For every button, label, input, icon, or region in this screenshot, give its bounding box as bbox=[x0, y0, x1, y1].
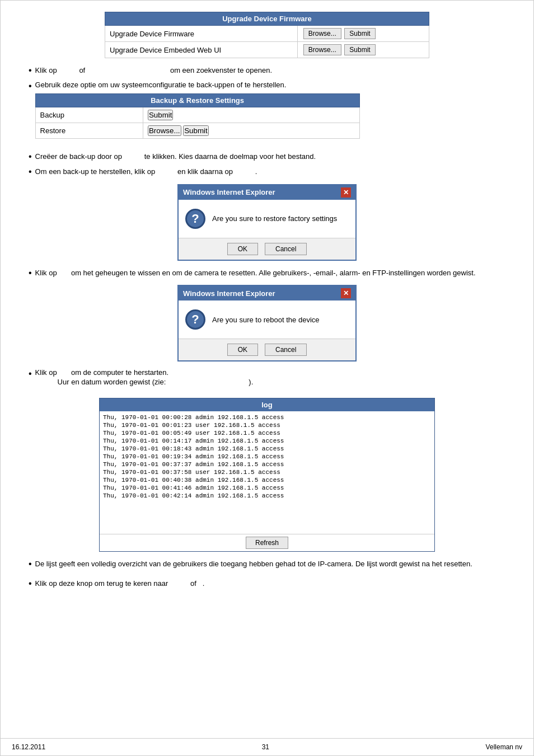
firmware-submit1-button[interactable]: Submit bbox=[344, 28, 375, 39]
dialog2-footer: OK Cancel bbox=[179, 339, 355, 360]
dialog1-title: Windows Internet Explorer bbox=[183, 188, 275, 196]
firmware-row1-label: Upgrade Device Firmware bbox=[105, 26, 298, 42]
log-header: log bbox=[100, 398, 434, 411]
bullet5-sub: Uur en datum worden gewist (zie: ). bbox=[35, 377, 254, 388]
backup-submit-button[interactable]: Submit bbox=[148, 110, 173, 120]
restore-label: Restore bbox=[35, 123, 143, 138]
bullet5-content: Klik op om de computer te herstarten. Uu… bbox=[35, 368, 254, 391]
dialog1-ok-button[interactable]: OK bbox=[227, 243, 258, 255]
bullet3a: • Creëer de back-up door op te klikken. … bbox=[17, 151, 517, 162]
bullet5-marker: • bbox=[29, 368, 32, 379]
log-row: Thu, 1970-01-01 00:18:43 admin 192.168.1… bbox=[102, 445, 432, 453]
dialog1-icon: ? bbox=[185, 209, 205, 229]
dialog2-ok-button[interactable]: OK bbox=[227, 344, 258, 356]
backup-table-header: Backup & Restore Settings bbox=[35, 93, 359, 107]
bullet4-text: Klik op om het geheugen te wissen en om … bbox=[35, 267, 476, 279]
bullet5-text: Klik op om de computer te herstarten. bbox=[35, 368, 254, 377]
firmware-row2-actions: Browse... Submit bbox=[297, 42, 429, 58]
log-row: Thu, 1970-01-01 00:37:37 admin 192.168.1… bbox=[102, 461, 432, 468]
footer-company: Velleman nv bbox=[486, 743, 522, 751]
bullet6-text: De lijst geeft een volledig overzicht va… bbox=[35, 558, 472, 570]
firmware-submit2-button[interactable]: Submit bbox=[344, 44, 375, 55]
bullet1-marker: • bbox=[29, 65, 32, 76]
firmware-section: Upgrade Device Firmware Upgrade Device F… bbox=[17, 12, 517, 58]
bullet3b-marker: • bbox=[29, 166, 32, 177]
log-row: Thu, 1970-01-01 00:01:23 user 192.168.1.… bbox=[102, 421, 432, 429]
dialog1-body: ? Are you sure to restore factory settin… bbox=[179, 200, 355, 238]
bullet1: • Klik op of om een zoekvenster te opene… bbox=[17, 65, 517, 76]
log-row: Thu, 1970-01-01 00:14:17 admin 192.168.1… bbox=[102, 437, 432, 445]
bullet6-marker: • bbox=[29, 558, 32, 569]
bullet3a-marker: • bbox=[29, 151, 32, 162]
firmware-browse1-button[interactable]: Browse... bbox=[303, 28, 341, 39]
content-area: Upgrade Device Firmware Upgrade Device F… bbox=[1, 1, 533, 738]
dialog2-wrapper: Windows Internet Explorer ✕ ? Are you su… bbox=[17, 285, 517, 361]
bullet3b: • Om een back-up te herstellen, klik op … bbox=[17, 166, 517, 177]
dialog2-title: Windows Internet Explorer bbox=[183, 289, 275, 298]
dialog2-cancel-button[interactable]: Cancel bbox=[265, 344, 307, 356]
log-section: log Thu, 1970-01-01 00:00:28 admin 192.1… bbox=[99, 398, 435, 552]
dialog1-cancel-button[interactable]: Cancel bbox=[265, 243, 307, 255]
firmware-row2: Upgrade Device Embeded Web UI Browse... … bbox=[105, 42, 429, 58]
dialog1-footer: OK Cancel bbox=[179, 238, 355, 260]
bullet7-text: Klik op deze knop om terug te keren naar… bbox=[35, 578, 205, 589]
firmware-row1: Upgrade Device Firmware Browse... Submit bbox=[105, 26, 429, 42]
bullet3a-text: Creëer de back-up door op te klikken. Ki… bbox=[35, 151, 316, 162]
page-footer: 16.12.2011 31 Velleman nv bbox=[1, 738, 533, 755]
dialog1-message: Are you sure to restore factory settings bbox=[212, 214, 337, 223]
log-row: Thu, 1970-01-01 00:19:34 admin 192.168.1… bbox=[102, 453, 432, 461]
bullet2-marker: • bbox=[29, 81, 32, 91]
restore-actions: Browse... Submit bbox=[143, 123, 359, 138]
backup-table: Backup & Restore Settings Backup Submit … bbox=[35, 93, 360, 139]
backup-label: Backup bbox=[35, 107, 143, 123]
dialog2-icon: ? bbox=[185, 309, 205, 330]
bullet4: • Klik op om het geheugen te wissen en o… bbox=[17, 267, 517, 279]
firmware-browse2-button[interactable]: Browse... bbox=[303, 44, 341, 55]
restore-submit-button[interactable]: Submit bbox=[183, 125, 208, 136]
dialog1: Windows Internet Explorer ✕ ? Are you su… bbox=[177, 184, 357, 261]
bullet2-content: Gebruik deze optie om uw systeemconfigur… bbox=[35, 81, 360, 145]
footer-date: 16.12.2011 bbox=[12, 743, 45, 751]
bullet2: • Gebruik deze optie om uw systeemconfig… bbox=[17, 81, 517, 145]
backup-actions: Submit bbox=[143, 107, 359, 123]
dialog1-close-button[interactable]: ✕ bbox=[341, 187, 351, 198]
firmware-row2-label: Upgrade Device Embeded Web UI bbox=[105, 42, 298, 58]
footer-page: 31 bbox=[262, 743, 269, 751]
firmware-table: Upgrade Device Firmware Upgrade Device F… bbox=[105, 12, 429, 58]
refresh-button[interactable]: Refresh bbox=[246, 537, 288, 549]
backup-row: Backup Submit bbox=[35, 107, 359, 123]
bullet3b-text: Om een back-up te herstellen, klik op en… bbox=[35, 166, 257, 177]
log-footer: Refresh bbox=[100, 534, 434, 551]
log-row: Thu, 1970-01-01 00:05:49 user 192.168.1.… bbox=[102, 429, 432, 437]
bullet6: • De lijst geeft een volledig overzicht … bbox=[17, 558, 517, 570]
bullet4-marker: • bbox=[29, 267, 32, 278]
dialog2: Windows Internet Explorer ✕ ? Are you su… bbox=[177, 285, 357, 361]
dialog2-titlebar: Windows Internet Explorer ✕ bbox=[179, 286, 355, 300]
log-row: Thu, 1970-01-01 00:40:38 admin 192.168.1… bbox=[102, 476, 432, 484]
log-row: Thu, 1970-01-01 00:37:58 user 192.168.1.… bbox=[102, 468, 432, 476]
restore-browse-button[interactable]: Browse... bbox=[148, 125, 181, 136]
log-row: Thu, 1970-01-01 00:00:28 admin 192.168.1… bbox=[102, 414, 432, 421]
dialog1-titlebar: Windows Internet Explorer ✕ bbox=[179, 185, 355, 200]
log-content[interactable]: Thu, 1970-01-01 00:00:28 admin 192.168.1… bbox=[100, 411, 434, 534]
bullet1-text: Klik op of om een zoekvenster te openen. bbox=[35, 65, 272, 76]
dialog2-message: Are you sure to reboot the device bbox=[212, 316, 320, 324]
bullet2-text: Gebruik deze optie om uw systeemconfigur… bbox=[35, 81, 360, 89]
dialog1-wrapper: Windows Internet Explorer ✕ ? Are you su… bbox=[17, 184, 517, 261]
bullet7-marker: • bbox=[29, 578, 32, 589]
dialog2-close-button[interactable]: ✕ bbox=[341, 288, 351, 298]
firmware-table-header: Upgrade Device Firmware bbox=[105, 12, 429, 26]
bullet5: • Klik op om de computer te herstarten. … bbox=[17, 368, 517, 391]
firmware-row1-actions: Browse... Submit bbox=[297, 26, 429, 42]
page-wrapper: Upgrade Device Firmware Upgrade Device F… bbox=[0, 0, 534, 756]
log-row: Thu, 1970-01-01 00:42:14 admin 192.168.1… bbox=[102, 492, 432, 500]
restore-row: Restore Browse... Submit bbox=[35, 123, 359, 138]
bullet7: • Klik op deze knop om terug te keren na… bbox=[17, 578, 517, 589]
log-row: Thu, 1970-01-01 00:41:46 admin 192.168.1… bbox=[102, 484, 432, 492]
dialog2-body: ? Are you sure to reboot the device bbox=[179, 300, 355, 339]
